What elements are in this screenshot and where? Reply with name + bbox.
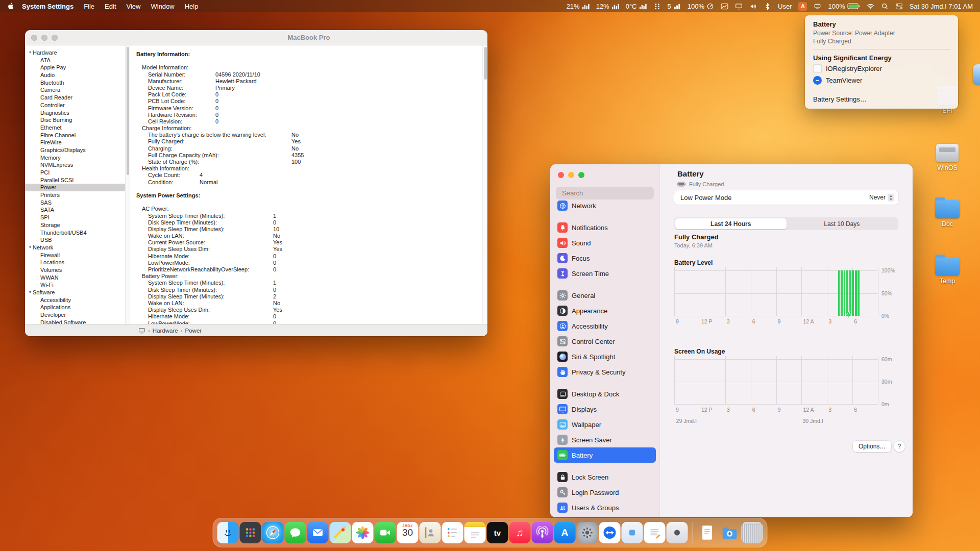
dock-icon-documents-folder[interactable]: [697, 522, 718, 543]
sysinfo-titlebar[interactable]: MacBook Pro: [25, 30, 487, 45]
sidebar-item-desktop-dock[interactable]: Desktop & Dock: [554, 386, 656, 402]
close-button[interactable]: [558, 172, 564, 178]
sysinfo-group-hardware[interactable]: ▾Hardware: [25, 49, 125, 57]
bluetooth[interactable]: [764, 3, 771, 10]
tab-last-24-hours[interactable]: Last 24 Hours: [675, 218, 787, 229]
sidebar-item-screen-time[interactable]: Screen Time: [554, 266, 656, 281]
dock-icon-maps[interactable]: [330, 522, 351, 543]
dock-icon-system-settings[interactable]: [577, 522, 598, 543]
scrollbar-thumb[interactable]: [127, 47, 129, 175]
options-button[interactable]: Options…: [853, 441, 891, 452]
sidebar-item-wallpaper[interactable]: Wallpaper: [554, 417, 656, 432]
menu-edit[interactable]: Edit: [105, 3, 116, 10]
dock-icon-messages[interactable]: [285, 522, 306, 543]
sysinfo-item-volumes[interactable]: Volumes: [25, 266, 125, 274]
sysinfo-group-network[interactable]: ▾Network: [25, 244, 125, 252]
low-power-mode-select[interactable]: [888, 194, 894, 202]
menu-help[interactable]: Help: [185, 3, 199, 10]
sidebar-item-battery[interactable]: Battery: [554, 447, 656, 463]
content-scrollbar[interactable]: [482, 45, 487, 324]
search-field[interactable]: [556, 187, 654, 199]
scrollbar-thumb[interactable]: [484, 47, 487, 80]
stat-disk[interactable]: 100%: [688, 3, 714, 10]
sysinfo-item-bluetooth[interactable]: Bluetooth: [25, 79, 125, 87]
minimize-button[interactable]: [568, 172, 574, 178]
stat-temp[interactable]: 0°C: [626, 3, 647, 10]
displays-menu[interactable]: [814, 3, 821, 10]
sysinfo-item-disc-burning[interactable]: Disc Burning: [25, 116, 125, 124]
dock-icon-utility-app-2[interactable]: [667, 522, 688, 543]
dock-icon-textedit[interactable]: [644, 522, 666, 543]
sysinfo-item-storage[interactable]: Storage: [25, 221, 125, 229]
sysinfo-item-graphics-displays[interactable]: Graphics/Displays: [25, 146, 125, 154]
sysinfo-item-parallel-scsi[interactable]: Parallel SCSI: [25, 177, 125, 184]
sysinfo-item-sas[interactable]: SAS: [25, 199, 125, 207]
desktop-icon-edge-app[interactable]: [967, 64, 980, 85]
dock-icon-notes[interactable]: [464, 522, 486, 543]
sysinfo-item-printers[interactable]: Printers: [25, 191, 125, 199]
sysinfo-item-usb[interactable]: USB: [25, 236, 125, 244]
sysinfo-item-sata[interactable]: SATA: [25, 206, 125, 214]
sidebar-item-siri-spotlight[interactable]: Siri & Spotlight: [554, 349, 656, 364]
user-menu[interactable]: User: [778, 3, 792, 10]
minimize-button[interactable]: [41, 35, 47, 41]
sysinfo-item-accessibility[interactable]: Accessibility: [25, 296, 125, 304]
screen-mirroring[interactable]: [735, 3, 743, 10]
help-button[interactable]: ?: [894, 441, 905, 452]
dock-icon-utility-app-1[interactable]: [622, 522, 643, 543]
sysinfo-item-developer[interactable]: Developer: [25, 311, 125, 319]
sidebar-scrollbar[interactable]: [125, 45, 130, 324]
dock-icon-safari[interactable]: [262, 522, 284, 543]
breadcrumb-item-power[interactable]: Power: [185, 328, 202, 334]
sysinfo-item-spi[interactable]: SPI: [25, 214, 125, 221]
volume[interactable]: [749, 3, 757, 10]
stat-activity[interactable]: [721, 3, 728, 10]
battery-status[interactable]: 100%: [828, 2, 860, 10]
sidebar-item-screen-saver[interactable]: Screen Saver: [554, 432, 656, 447]
dock-icon-reminders[interactable]: [442, 522, 463, 543]
sysinfo-item-wi-fi[interactable]: Wi-Fi: [25, 281, 125, 289]
sysinfo-item-controller[interactable]: Controller: [25, 102, 125, 109]
sysinfo-item-memory[interactable]: Memory: [25, 154, 125, 162]
sysinfo-item-apple-pay[interactable]: Apple Pay: [25, 64, 125, 71]
stat-gpu[interactable]: 12%: [596, 3, 619, 10]
spotlight[interactable]: [881, 3, 889, 10]
sysinfo-item-applications[interactable]: Applications: [25, 304, 125, 311]
sysinfo-item-locations[interactable]: Locations: [25, 259, 125, 266]
sidebar-item-general[interactable]: General: [554, 288, 656, 303]
desktop-icon-doc-folder[interactable]: Doc: [931, 200, 964, 228]
dock-icon-calendar[interactable]: JMD.I30: [397, 522, 419, 543]
sidebar-item-users-groups[interactable]: Users & Groups: [554, 500, 656, 515]
sidebar-item-privacy-security[interactable]: Privacy & Security: [554, 364, 656, 380]
dock-icon-teamviewer[interactable]: [599, 522, 621, 543]
tab-last-10-days[interactable]: Last 10 Days: [787, 218, 898, 229]
sidebar-item-lock-screen[interactable]: Lock Screen: [554, 469, 656, 485]
battery-settings-link[interactable]: Battery Settings…: [805, 94, 958, 105]
sysinfo-group-software[interactable]: ▾Software: [25, 289, 125, 296]
sysinfo-item-ata[interactable]: ATA: [25, 57, 125, 64]
control-center[interactable]: [895, 3, 903, 10]
dock-icon-finder[interactable]: [217, 522, 239, 543]
wifi-menu[interactable]: [867, 3, 874, 10]
menu-window[interactable]: Window: [151, 3, 174, 10]
sysinfo-item-pci[interactable]: PCI: [25, 169, 125, 177]
sysinfo-item-card-reader[interactable]: Card Reader: [25, 94, 125, 102]
sysinfo-item-nvmexpress[interactable]: NVMExpress: [25, 161, 125, 169]
menu-file[interactable]: File: [84, 3, 94, 10]
sidebar-item-accessibility[interactable]: Accessibility: [554, 318, 656, 334]
input-source[interactable]: A: [798, 2, 807, 11]
dock-icon-launchpad[interactable]: [240, 522, 261, 543]
dock-icon-photos[interactable]: [352, 522, 374, 543]
desktop-icon-temp-folder[interactable]: Temp: [931, 257, 964, 285]
dock-icon-tv[interactable]: tv: [487, 522, 508, 543]
dock-icon-mail[interactable]: [307, 522, 329, 543]
sysinfo-item-diagnostics[interactable]: Diagnostics: [25, 109, 125, 117]
sidebar-item-sound[interactable]: Sound: [554, 235, 656, 251]
sidebar-item-displays[interactable]: Displays: [554, 402, 656, 417]
sysinfo-item-disabled-software[interactable]: Disabled Software: [25, 319, 125, 324]
energy-app-teamviewer[interactable]: TeamViewer: [805, 74, 958, 86]
zoom-button[interactable]: [52, 35, 58, 41]
stat-memory[interactable]: [653, 3, 661, 10]
dock-icon-music[interactable]: ♫: [509, 522, 531, 543]
clock[interactable]: Sat 30 Jmd.I 7:01 AM: [910, 3, 973, 10]
